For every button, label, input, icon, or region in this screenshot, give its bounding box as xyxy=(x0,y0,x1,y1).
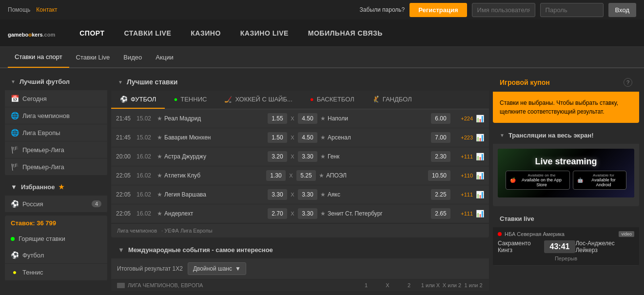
banner-content: Live streaming 🍎 Available on the Availa… xyxy=(506,157,626,190)
league-links: Лига чемпионов · УЕФА Лига Европы xyxy=(111,223,489,237)
sidebar-item-premier-ru[interactable]: 🏴 Премьер-Лига xyxy=(5,141,107,158)
match-team1: ★ Бавария Мюнхен xyxy=(157,134,265,141)
odds-x[interactable]: 5.25 xyxy=(296,170,316,181)
sidebar-hot-bets[interactable]: Горящие ставки xyxy=(5,231,107,247)
sidebar-premier-ru-label: Премьер-Лига xyxy=(22,146,64,154)
football-section-header[interactable]: ▼ Лучший футбол xyxy=(5,73,107,90)
russia-flag-icon: 🏴 xyxy=(11,146,19,154)
store-buttons: 🍎 Available on the Available on the App … xyxy=(506,171,626,190)
europa-league-link[interactable]: УЕФА Лига Европы xyxy=(164,228,212,234)
sidebar-item-russia[interactable]: ⚽ Россия 4 xyxy=(5,196,107,213)
odds-x[interactable]: 4.50 xyxy=(298,113,317,124)
sidebar-total: Ставок: 36 799 xyxy=(5,216,107,231)
odds-2[interactable]: 7.00 xyxy=(431,132,450,143)
tab-hockey[interactable]: 🏒 ХОККЕЙ С ШАЙБ... xyxy=(215,91,301,109)
tab-handball[interactable]: 🤾 ГАНДБОЛ xyxy=(363,91,421,109)
login-button[interactable]: Вход xyxy=(608,3,636,17)
logo-text: gamebookers xyxy=(8,32,43,38)
subnav-promo[interactable]: Акции xyxy=(149,46,180,68)
odds-1[interactable]: 1.55 xyxy=(268,113,287,124)
odds-2[interactable]: 2.30 xyxy=(431,151,450,162)
star-icon[interactable]: ★ xyxy=(157,115,162,122)
odds-1[interactable]: 1.30 xyxy=(266,170,286,181)
sidebar-item-champions[interactable]: 🌐 Лига чемпионов xyxy=(5,107,107,124)
stats-icon[interactable]: 📊 xyxy=(476,191,484,198)
result-label: Итоговый результат 1Х2 xyxy=(117,265,183,272)
nav-casino[interactable]: КАЗИНО xyxy=(181,20,231,47)
tennis-tab-icon: ● xyxy=(174,96,177,103)
stats-icon[interactable]: 📊 xyxy=(476,210,484,217)
subnav-sport-bets[interactable]: Ставки на спорт xyxy=(8,46,69,68)
appstore-button[interactable]: 🍎 Available on the Available on the App … xyxy=(506,171,570,190)
champions-league-link[interactable]: Лига чемпионов xyxy=(117,228,157,234)
team2-name: Зенит Ст. Петербург xyxy=(328,210,383,217)
star-icon-2[interactable]: ★ xyxy=(320,153,326,160)
subnav-video[interactable]: Видео xyxy=(117,46,149,68)
star-icon[interactable]: ★ xyxy=(157,210,162,217)
star-icon[interactable]: ★ xyxy=(157,134,162,141)
subnav-live-bets[interactable]: Ставки Live xyxy=(69,46,117,68)
odds-x[interactable]: 3.30 xyxy=(298,151,317,162)
tab-tennis[interactable]: ● ТЕННИС xyxy=(165,91,215,109)
star-icon-2[interactable]: ★ xyxy=(320,134,326,141)
odds-x[interactable]: 3.30 xyxy=(298,189,317,200)
team2-name: АПОЭЛ xyxy=(326,172,347,179)
tab-football[interactable]: ⚽ ФУТБОЛ xyxy=(111,91,165,109)
best-bets-header[interactable]: ▼ Лучшие ставки xyxy=(111,73,489,91)
star-icon[interactable]: ★ xyxy=(157,191,162,198)
nav-live-bets[interactable]: СТАВКИ LIVE xyxy=(115,20,181,47)
x-label: X xyxy=(289,116,296,121)
android-button[interactable]: 🤖 Available for Available for Android xyxy=(573,171,626,190)
register-button[interactable]: Регистрация xyxy=(410,3,467,17)
stats-icon[interactable]: 📊 xyxy=(476,172,484,179)
odds-1[interactable]: 2.70 xyxy=(268,208,287,219)
star-icon-2[interactable]: ★ xyxy=(319,172,324,179)
star-icon-2[interactable]: ★ xyxy=(320,115,326,122)
odds-1[interactable]: 3.20 xyxy=(268,151,287,162)
odds-1[interactable]: 3.30 xyxy=(268,189,287,200)
chance-dropdown[interactable]: Двойной шанс ▼ xyxy=(188,262,246,275)
tab-basketball[interactable]: ● БАСКЕТБОЛ xyxy=(301,91,363,109)
odds-2[interactable]: 6.00 xyxy=(431,113,450,124)
star-icon[interactable]: ★ xyxy=(157,172,162,179)
favorites-header[interactable]: ▼ Избранное ★ xyxy=(5,178,107,196)
odds-2[interactable]: 10.50 xyxy=(428,170,450,181)
nav-sport[interactable]: СПОРТ xyxy=(70,20,114,47)
odds-x[interactable]: 3.30 xyxy=(298,208,317,219)
appstore-available: Available on the xyxy=(518,173,566,177)
stats-icon[interactable]: 📊 xyxy=(476,153,484,160)
sidebar-item-today[interactable]: 📅 Сегодня xyxy=(5,90,107,107)
help-link[interactable]: Помощь xyxy=(8,6,30,13)
live-team2: Лос-Анджелес Лейкерз xyxy=(575,240,634,254)
international-section: ▼ Международные события - самое интересн… xyxy=(111,241,489,291)
nav-casino-live[interactable]: КАЗИНО LIVE xyxy=(231,20,298,47)
stats-icon[interactable]: 📊 xyxy=(476,115,484,122)
match-time: 22:05 xyxy=(116,191,134,198)
international-header[interactable]: ▼ Международные события - самое интересн… xyxy=(111,241,489,258)
odds-2[interactable]: 2.65 xyxy=(431,208,450,219)
odds-x[interactable]: 4.50 xyxy=(298,132,317,143)
star-icon[interactable]: ★ xyxy=(157,153,162,160)
stats-icon[interactable]: 📊 xyxy=(476,134,484,141)
nav-mobile[interactable]: МОБИЛЬНАЯ СВЯЗЬ xyxy=(298,20,392,47)
odds-1[interactable]: 1.50 xyxy=(268,132,287,143)
broadcast-header[interactable]: ▼ Трансляции на весь экран! xyxy=(493,127,639,144)
sidebar-item-football[interactable]: ⚽ Футбол xyxy=(5,247,107,264)
sidebar-item-europa[interactable]: 🌐 Лига Европы xyxy=(5,124,107,141)
password-input[interactable] xyxy=(540,3,604,17)
basketball-tab-icon: ● xyxy=(310,96,314,103)
sidebar-item-premier-en[interactable]: 🏴 Премьер-Лига xyxy=(5,158,107,176)
football-icon: ⚽ xyxy=(11,251,19,259)
live-bets-header: Ставки live xyxy=(493,210,639,227)
star-icon-2[interactable]: ★ xyxy=(320,210,326,217)
coupon-help-button[interactable]: ? xyxy=(624,78,632,87)
username-input[interactable] xyxy=(472,3,535,17)
team1-name: Атлетик Клуб xyxy=(164,172,200,179)
sidebar-item-tennis[interactable]: ● Теннис xyxy=(5,264,107,281)
match-date: 16.02 xyxy=(137,172,154,179)
main-layout: ▼ Лучший футбол 📅 Сегодня 🌐 Лига чемпион… xyxy=(0,68,644,295)
odds-2[interactable]: 2.25 xyxy=(431,189,450,200)
star-icon-2[interactable]: ★ xyxy=(320,191,326,198)
contact-link[interactable]: Контакт xyxy=(36,6,57,13)
match-date: 16.02 xyxy=(137,153,154,160)
